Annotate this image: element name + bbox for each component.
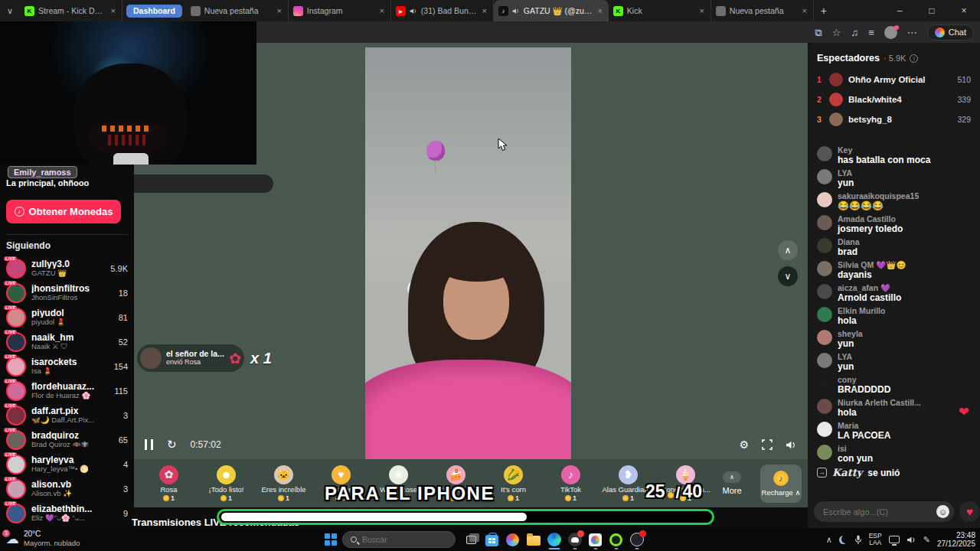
chat-message[interactable]: Elkin Murillo hola ❤ [817,306,971,326]
like-heart-button[interactable]: ♥ [959,501,980,522]
following-item[interactable]: LIVE zullyy3.0 GATZU 👑 5.9K [0,256,134,281]
taskbar-search[interactable] [342,531,456,548]
tab-close-icon[interactable]: × [697,6,705,15]
chat-message[interactable]: isi con yun ❤ [817,444,971,464]
browser-tab[interactable]: K Stream - Kick Dashboard × [20,0,122,21]
night-mode-icon[interactable] [839,536,848,544]
chat-message[interactable]: sheyla yun ❤ [817,329,971,349]
top-viewer-row[interactable]: 2 Black/white4 339 [808,90,980,109]
tab-close-icon[interactable]: × [377,6,385,15]
following-item[interactable]: LIVE naaik_hm Naaik ⚔ 🛡 52 [0,330,134,354]
edge-browser-icon[interactable] [544,529,564,550]
browser-tab[interactable]: ♪ GATZU 👑 (@zullyy3.0) está × [494,0,609,21]
pen-icon[interactable]: ✎ [923,536,930,544]
minimize-button[interactable]: – [884,0,916,21]
chat-message[interactable]: Key has batalla con moca ❤ [817,145,971,165]
network-icon[interactable] [889,536,900,543]
tab-close-icon[interactable]: × [800,6,808,15]
maximize-button[interactable]: □ [916,0,948,21]
obs-app-icon[interactable] [626,529,647,550]
tab-close-icon[interactable]: × [596,6,603,15]
chat-message[interactable]: sakuraaikoquispea15 😂😂😂😂 ❤ [817,191,971,211]
chat-message[interactable]: Diana brad ❤ [817,237,971,257]
discord-app-icon[interactable] [564,529,585,550]
tab-audio-icon[interactable] [512,8,520,15]
fullscreen-icon[interactable] [762,439,773,450]
chat-message[interactable]: LYA yun ❤ [817,352,971,372]
file-explorer-icon[interactable] [523,529,544,550]
following-item[interactable]: LIVE isarockets Isa 💄 154 [0,354,134,379]
emoji-icon[interactable]: ☺ [936,505,949,518]
gift-item[interactable]: ✿ Rosa 1 [140,465,198,502]
chat-message[interactable]: Amada Castillo josmery toledo ❤ [817,214,971,234]
following-item[interactable]: LIVE elizabethbin... Eliz 💜ᵔᴗ🌸 ᵔᴗ... 9 [0,501,134,526]
chat-message[interactable]: Silvia QM 💜👑😊 dayanis ❤ [817,260,971,280]
copilot-chat-button[interactable]: Chat [927,24,974,41]
taskbar-clock[interactable]: 23:48 27/12/2025 [937,531,975,548]
browser-tab[interactable]: Nueva pestaña × [711,0,814,21]
language-indicator[interactable]: ESP LAA [869,533,882,546]
search-input[interactable] [362,535,447,544]
following-item[interactable]: LIVE alison.vb Alison.vb ✨ 3 [0,477,134,501]
store-app-icon[interactable] [482,529,502,550]
top-viewer-row[interactable]: 1 Ohño Army Oficial 510 [808,70,980,90]
more-gifts[interactable]: ∧ More [714,471,750,495]
bookmark-star-icon[interactable]: ☆ [832,28,841,37]
scroll-down-button[interactable]: ∨ [778,266,798,286]
tab-close-icon[interactable]: × [275,6,283,15]
tab-search-chevron-icon[interactable]: ∨ [0,6,20,16]
hidden-icons-chevron[interactable]: ∧ [826,536,832,544]
kick-webcam-overlay[interactable] [0,21,256,165]
profile-avatar[interactable] [884,26,897,39]
live-video[interactable] [365,47,571,459]
following-item[interactable]: LIVE haryleyva Hary_leyva™• 🌕 4 [0,452,134,477]
browser-menu-icon[interactable]: ⋯ [907,28,917,37]
scroll-up-button[interactable]: ∧ [778,240,798,260]
volume-tray-icon[interactable] [906,536,916,544]
chat-input-field[interactable]: ☺ [814,501,954,522]
browser-tab[interactable]: Dashboard × [126,5,182,18]
following-item[interactable]: LIVE daff.art.pix 🦋🌙 Daff.Art.Pix... 3 [0,403,134,428]
chat-message[interactable]: Maria LA PACOEA ❤ [817,421,971,441]
chat-message[interactable]: LYA yun ❤ [817,168,971,188]
following-item[interactable]: LIVE piyudol piyudol 💄 81 [0,305,134,330]
tab-close-icon[interactable]: × [109,6,117,15]
following-item[interactable]: LIVE jhonsinfiltros JhonSinFiltros 18 [0,281,134,305]
refresh-icon[interactable]: ↻ [167,438,177,452]
chat-input[interactable] [823,507,932,517]
new-tab-button[interactable]: + [814,5,834,17]
chat-message[interactable]: cony BRADDDDD ❤ [817,375,971,395]
collapsed-banner[interactable] [134,174,273,193]
media-controls-icon[interactable]: ♫ [851,28,858,37]
tab-close-icon[interactable]: × [480,6,488,15]
settings-gear-icon[interactable]: ⚙ [739,439,749,451]
tab-audio-icon[interactable] [410,8,417,15]
start-button[interactable] [325,533,337,546]
following-item[interactable]: LIVE flordehuaraz... Flor de Huaraz 🌸 11… [0,379,134,403]
chat-message[interactable]: Niurka Arleth Castill... hola ❤ [817,398,971,418]
top-viewer-row[interactable]: 3 betsyhg_8 329 [808,109,980,129]
recharge-button[interactable]: ♪ Recharge ∧ [760,465,802,503]
browser-tab[interactable]: Nueva pestaña × [186,0,289,21]
following-name: alison.vb [31,480,118,489]
copilot-app-icon[interactable] [502,529,523,550]
volume-icon[interactable] [786,440,797,450]
browser-tab[interactable]: K Kick × [609,0,711,21]
task-view-button[interactable] [461,529,482,550]
share-icon[interactable]: ⧉ [815,28,822,37]
following-name: piyudol [31,308,113,318]
get-coins-button[interactable]: ♪ Obtener Monedas [6,200,121,223]
recorder-app-icon[interactable] [606,529,626,550]
info-icon[interactable]: i [910,54,918,63]
collections-icon[interactable]: ≡ [868,28,874,37]
photos-app-icon[interactable] [585,529,606,550]
close-button[interactable]: × [948,0,980,21]
browser-tab[interactable]: Instagram × [289,0,391,21]
chevron-up-icon[interactable]: ∧ [723,471,741,483]
browser-tab[interactable]: ▶ (31) Bad Bunny - DtMF (Vid × [391,0,494,21]
chat-message[interactable]: aicza_afan 💜 Arnold castillo ❤ [817,283,971,303]
microphone-icon[interactable] [854,535,862,545]
taskbar-weather-widget[interactable]: ☁ 3 20°C Mayorm. nublado [6,530,80,548]
following-item[interactable]: LIVE bradquiroz Brad Quiroz 🦇🕷 65 [0,428,134,452]
pause-icon[interactable] [145,439,153,450]
